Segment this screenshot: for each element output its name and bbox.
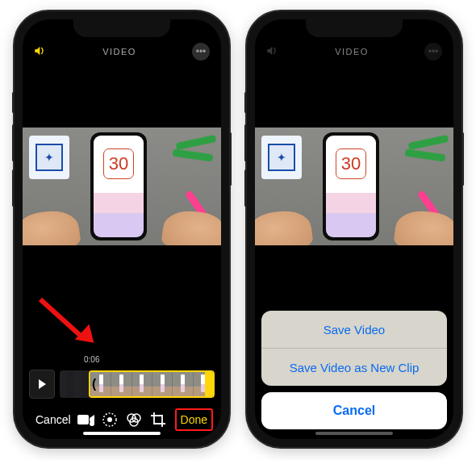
preview-phone: 30 [90,132,147,240]
play-button[interactable] [29,370,55,399]
svg-point-1 [90,421,94,426]
hw-power [461,132,464,186]
phone-right: VIDEO ••• ✦ 30 Save Video Save Video as … [247,11,461,447]
more-icon[interactable]: ••• [192,43,210,61]
notch [73,19,170,37]
volume-icon [266,45,279,58]
svg-rect-0 [77,415,89,424]
preview-phone: 30 [323,132,379,240]
action-sheet-options: Save Video Save Video as New Clip [261,311,447,386]
screen-left: VIDEO ••• ✦ 30 0:06 ( [23,19,221,439]
hw-volume-up [244,124,247,161]
trim-handle-left-icon[interactable]: ( [92,377,96,391]
editor-header: VIDEO ••• [255,40,453,63]
filters-tool-icon[interactable] [126,412,148,428]
timeline-thumb [132,372,152,396]
preview-number: 30 [336,148,366,179]
header-title: VIDEO [47,47,192,56]
save-as-new-clip-button[interactable]: Save Video as New Clip [261,348,447,386]
svg-point-3 [107,417,112,422]
header-title: VIDEO [279,47,424,56]
adjust-tool-icon[interactable] [102,412,124,428]
preview-card: ✦ [29,136,69,179]
hw-volume-down [244,169,247,207]
done-button[interactable]: Done [181,413,207,426]
home-indicator[interactable] [315,432,393,435]
video-preview[interactable]: ✦ 30 [23,128,221,245]
hw-volume-down [12,169,15,207]
save-video-button[interactable]: Save Video [261,311,447,348]
timeline-thumb [172,372,192,396]
timeline-thumb [111,372,131,396]
hw-volume-up [12,124,15,161]
home-indicator[interactable] [83,432,161,435]
hw-mute-switch [12,92,15,113]
screen-right: VIDEO ••• ✦ 30 Save Video Save Video as … [255,19,453,439]
video-preview: ✦ 30 [255,128,453,245]
timeline-selection[interactable]: ( [89,370,215,398]
action-sheet: Save Video Save Video as New Clip Cancel [255,304,453,439]
phone-left: VIDEO ••• ✦ 30 0:06 ( [15,11,229,447]
play-icon [39,379,46,389]
cancel-button[interactable]: Cancel [31,410,76,429]
video-tool-icon[interactable] [77,413,100,426]
timeline-track[interactable]: ( [60,370,215,398]
timeline: ( [29,368,215,400]
volume-icon[interactable] [34,45,47,58]
hw-mute-switch [244,92,247,113]
timeline-trimmed-out [60,370,89,398]
done-button-highlight: Done [175,408,213,431]
editor-header: VIDEO ••• [23,40,221,63]
preview-number: 30 [103,148,134,179]
hw-power [229,132,232,186]
preview-card: ✦ [261,136,302,179]
timeline-thumb [193,372,213,396]
timeline-thumb [152,372,172,396]
more-icon: ••• [424,43,442,61]
action-sheet-cancel-button[interactable]: Cancel [261,392,447,429]
crop-tool-icon[interactable] [150,412,173,428]
notch [306,19,403,37]
timeline-time-label: 0:06 [23,355,221,365]
